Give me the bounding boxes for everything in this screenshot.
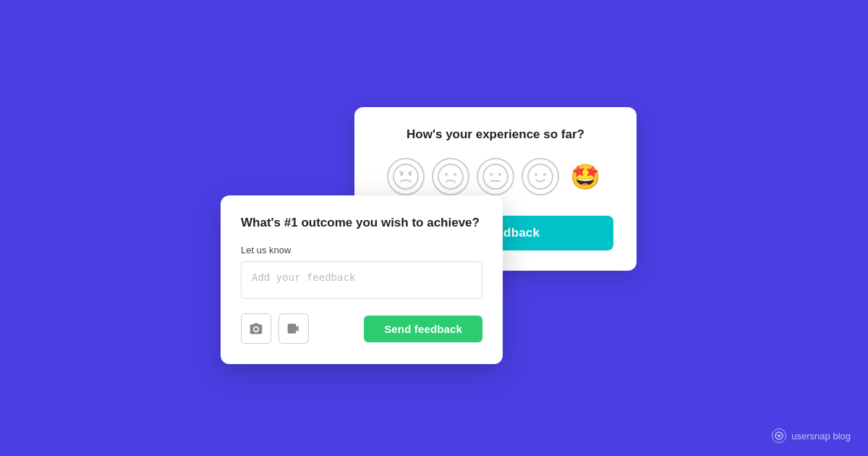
emoji-dissatisfied[interactable] [432,158,469,195]
svg-point-11 [543,173,546,176]
camera-button[interactable] [241,313,271,344]
feedback-form-card: What's #1 outcome you wish to achieve? L… [221,195,503,364]
emoji-love-it[interactable]: 🤩 [566,158,604,195]
branding: usersnap blog [772,428,851,443]
svg-point-13 [778,434,780,437]
form-label: Let us know [241,245,482,256]
camera-icon [249,321,263,336]
svg-point-7 [490,173,493,176]
svg-point-9 [528,164,553,189]
emoji-very-dissatisfied[interactable] [387,158,425,195]
emoji-neutral[interactable] [477,158,514,195]
feedback-textarea[interactable] [241,261,482,299]
svg-point-3 [438,164,463,189]
form-title: What's #1 outcome you wish to achieve? [241,216,482,230]
usersnap-icon [772,428,786,443]
rating-card-title: How's your experience so far? [378,127,613,142]
svg-point-0 [393,164,418,189]
form-actions: Send feedback [241,313,482,344]
emoji-satisfied[interactable] [522,158,559,195]
branding-text: usersnap blog [791,431,851,442]
video-icon [286,321,301,336]
svg-point-10 [535,173,537,176]
svg-point-6 [483,164,508,189]
svg-point-4 [445,173,448,176]
svg-point-5 [454,173,456,176]
emoji-row: 🤩 [378,158,613,195]
video-button[interactable] [278,313,309,344]
svg-point-8 [498,173,501,176]
send-feedback-button-green[interactable]: Send feedback [364,316,482,342]
